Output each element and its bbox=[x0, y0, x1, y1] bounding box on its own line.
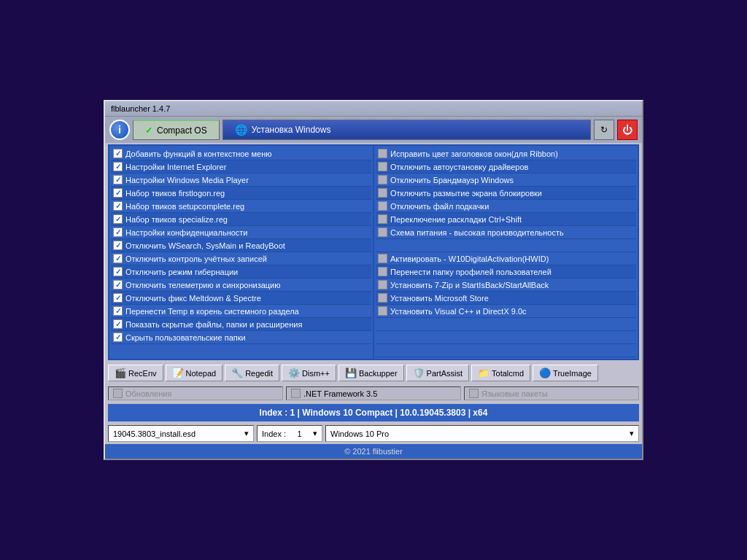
list-item[interactable]: Перенести Temp в корень системного разде… bbox=[111, 305, 371, 318]
empty-row bbox=[376, 318, 636, 331]
checkbox[interactable] bbox=[113, 293, 123, 303]
checkbox[interactable] bbox=[113, 306, 123, 316]
tool-button-notepad[interactable]: 📝Notepad bbox=[166, 365, 223, 381]
esd-chevron-icon: ▾ bbox=[244, 429, 249, 438]
list-item[interactable]: Отключить размытие экрана блокировки bbox=[376, 187, 636, 200]
tool-button-totalcmd[interactable]: 📁Totalcmd bbox=[471, 365, 530, 381]
checkbox[interactable] bbox=[378, 214, 387, 224]
list-item[interactable]: Скрыть пользовательские папки bbox=[111, 331, 371, 344]
list-item[interactable]: Отключить режим гибернации bbox=[111, 265, 371, 279]
checkbox[interactable] bbox=[113, 162, 123, 171]
checkbox[interactable] bbox=[378, 267, 387, 276]
list-item[interactable]: Активировать - W10DigitalActivation(HWID… bbox=[376, 252, 636, 265]
list-item[interactable]: Показать скрытые файлы, папки и расширен… bbox=[111, 318, 371, 331]
index-value: 1 bbox=[297, 429, 301, 438]
checkbox[interactable] bbox=[113, 175, 123, 184]
list-item[interactable]: Исправить цвет заголовков окон(для Ribbo… bbox=[376, 147, 636, 160]
checkbox[interactable] bbox=[113, 241, 123, 250]
tool-button-trueimage[interactable]: 🔵TrueImage bbox=[533, 365, 598, 381]
updates-check[interactable]: Обновления bbox=[108, 386, 283, 400]
item-label: Показать скрытые файлы, папки и расширен… bbox=[125, 320, 302, 329]
main-window: flblauncher 1.4.7 i ✓ Compact OS 🌐 Устан… bbox=[104, 100, 643, 460]
lang-check[interactable]: Языковые пакеты bbox=[464, 386, 639, 400]
notepad-icon: 📝 bbox=[172, 368, 184, 378]
list-item[interactable]: Отключить файл подкачки bbox=[376, 200, 636, 213]
item-label: Установить Visual C++ и DirectX 9.0c bbox=[390, 307, 527, 316]
list-item[interactable]: Настройки конфиденциальности bbox=[111, 226, 371, 239]
item-label: Добавить функций в контекстное меню bbox=[125, 149, 272, 158]
checkbox[interactable] bbox=[113, 188, 123, 198]
list-item[interactable]: Отключить WSearch, SysMain и ReadyBoot bbox=[111, 239, 371, 252]
list-item[interactable]: Добавить функций в контекстное меню bbox=[111, 147, 371, 160]
item-label: Отключить телеметрию и синхронизацию bbox=[125, 281, 281, 289]
tools-row: 🎬RecEnv📝Notepad🔧Regedit⚙️Dism++💾Backuppe… bbox=[105, 362, 642, 384]
info-button[interactable]: i bbox=[109, 120, 130, 140]
tool-label: Regedit bbox=[245, 369, 273, 378]
esd-dropdown[interactable]: 19045.3803_install.esd ▾ bbox=[108, 425, 254, 442]
lang-checkbox[interactable] bbox=[469, 389, 479, 398]
list-item[interactable]: Отключить фикс Meltdown & Spectre bbox=[111, 292, 371, 305]
item-label: Отключить WSearch, SysMain и ReadyBoot bbox=[125, 241, 285, 250]
list-item[interactable]: Отключить автоустановку драйверов bbox=[376, 160, 636, 174]
tool-button-recenv[interactable]: 🎬RecEnv bbox=[108, 365, 163, 381]
list-item[interactable]: Переключение раскладки Ctrl+Shift bbox=[376, 213, 636, 226]
tab-install-windows[interactable]: 🌐 Установка Windows bbox=[222, 120, 591, 140]
tab-compact-os[interactable]: ✓ Compact OS bbox=[133, 120, 220, 140]
list-item[interactable]: Набор твиков firstlogon.reg bbox=[111, 187, 371, 200]
checkbox[interactable] bbox=[113, 280, 123, 289]
checkbox[interactable] bbox=[113, 254, 123, 263]
item-label: Настройки конфиденциальности bbox=[125, 228, 248, 237]
empty-row bbox=[376, 331, 636, 344]
list-item[interactable]: Настройки Internet Explorer bbox=[111, 160, 371, 174]
tool-button-backupper[interactable]: 💾Backupper bbox=[338, 365, 404, 381]
checkbox[interactable] bbox=[378, 201, 387, 211]
checkbox[interactable] bbox=[378, 293, 387, 303]
item-label: Схема питания - высокая производительнос… bbox=[390, 228, 564, 237]
updates-checkbox[interactable] bbox=[113, 389, 123, 398]
checkbox[interactable] bbox=[378, 149, 387, 158]
list-item[interactable]: Установить Visual C++ и DirectX 9.0c bbox=[376, 305, 636, 318]
backupper-icon: 💾 bbox=[345, 368, 357, 378]
checkbox[interactable] bbox=[378, 162, 387, 171]
title-bar: flblauncher 1.4.7 bbox=[105, 101, 642, 117]
index-chevron-icon: ▾ bbox=[313, 429, 317, 438]
list-item[interactable]: Настройки Windows Media Player bbox=[111, 174, 371, 187]
checkbox[interactable] bbox=[113, 149, 123, 158]
list-item[interactable]: Перенести папку профилей пользователей bbox=[376, 265, 636, 279]
checkbox[interactable] bbox=[378, 254, 387, 263]
checkbox[interactable] bbox=[113, 267, 123, 276]
power-button[interactable]: ⏻ bbox=[617, 120, 638, 140]
edition-dropdown[interactable]: Windows 10 Pro ▾ bbox=[325, 425, 639, 442]
checkbox[interactable] bbox=[113, 201, 123, 211]
refresh-button[interactable]: ↻ bbox=[594, 120, 614, 140]
checkbox[interactable] bbox=[378, 188, 387, 198]
list-item[interactable]: Установить Microsoft Store bbox=[376, 292, 636, 305]
list-item[interactable]: Схема питания - высокая производительнос… bbox=[376, 226, 636, 239]
checkbox[interactable] bbox=[378, 280, 387, 289]
list-item[interactable]: Отключить Брандмауэр Windows bbox=[376, 174, 636, 187]
dotnet-checkbox[interactable] bbox=[291, 389, 301, 398]
item-label: Отключить контроль учётных записей bbox=[125, 254, 267, 263]
dotnet-check[interactable]: .NET Framework 3.5 bbox=[286, 386, 461, 400]
dropdowns-row: 19045.3803_install.esd ▾ Index : 1 ▾ Win… bbox=[105, 423, 642, 444]
checkbox[interactable] bbox=[113, 319, 123, 329]
checkbox[interactable] bbox=[378, 228, 387, 237]
checkbox[interactable] bbox=[113, 332, 123, 342]
item-label: Набор твиков firstlogon.reg bbox=[125, 189, 225, 198]
list-item[interactable]: Отключить телеметрию и синхронизацию bbox=[111, 279, 371, 292]
checkbox[interactable] bbox=[378, 306, 387, 316]
checkbox[interactable] bbox=[378, 175, 387, 184]
tool-button-partassist[interactable]: 🛡️PartAssist bbox=[406, 365, 470, 381]
list-item[interactable]: Отключить контроль учётных записей bbox=[111, 252, 371, 265]
list-item[interactable]: Набор твиков setupcomplete.reg bbox=[111, 200, 371, 213]
checkbox[interactable] bbox=[113, 228, 123, 237]
tool-button-dism++[interactable]: ⚙️Dism++ bbox=[282, 365, 336, 381]
list-item[interactable]: Набор твиков specialize.reg bbox=[111, 213, 371, 226]
list-item[interactable]: Установить 7-Zip и StartIsBack/StartAllB… bbox=[376, 279, 636, 292]
index-dropdown[interactable]: Index : 1 ▾ bbox=[257, 425, 322, 442]
tool-button-regedit[interactable]: 🔧Regedit bbox=[225, 365, 279, 381]
content-area: Добавить функций в контекстное менюНастр… bbox=[108, 144, 639, 360]
tool-label: Backupper bbox=[359, 369, 398, 378]
checkbox[interactable] bbox=[113, 214, 123, 224]
footer-bar: © 2021 flibustier bbox=[105, 444, 642, 459]
